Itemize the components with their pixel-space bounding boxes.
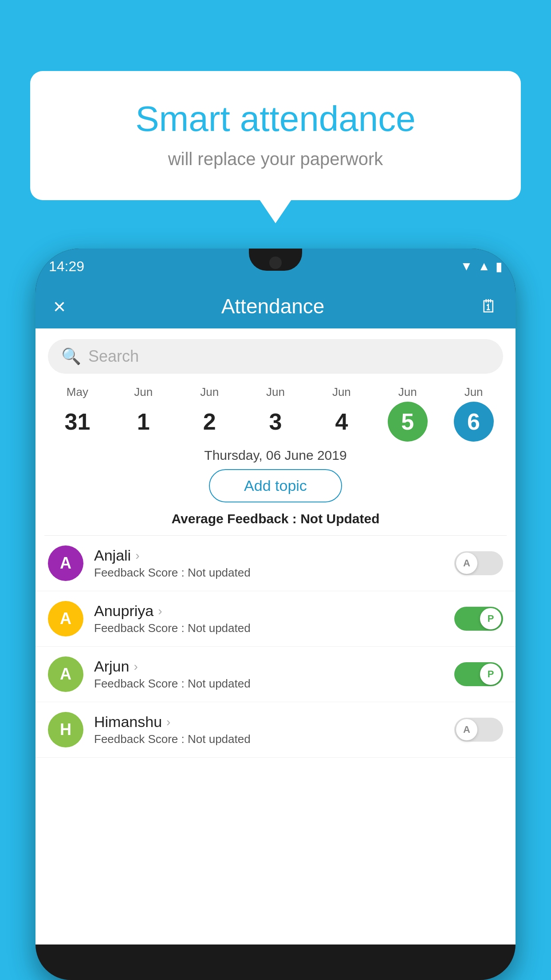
- day-4[interactable]: 4: [322, 402, 362, 442]
- month-4: Jun: [332, 385, 351, 399]
- avatar-anupriya: A: [48, 601, 83, 636]
- month-0: May: [67, 385, 88, 399]
- feedback-score-himanshu: Feedback Score : Not updated: [94, 732, 444, 746]
- student-name-anjali: Anjali ›: [94, 547, 444, 564]
- status-time: 14:29: [49, 258, 84, 275]
- avg-feedback-value: Not Updated: [300, 511, 379, 526]
- student-item-arjun[interactable]: A Arjun › Feedback Score : Not updated P: [35, 647, 516, 702]
- chevron-icon-arjun: ›: [134, 660, 138, 674]
- student-name-himanshu: Himanshu ›: [94, 713, 444, 731]
- speech-bubble: Smart attendance will replace your paper…: [30, 71, 521, 200]
- toggle-knob-arjun: P: [480, 664, 501, 685]
- day-0[interactable]: 31: [57, 402, 97, 442]
- toggle-anjali[interactable]: A: [454, 551, 503, 575]
- average-feedback: Average Feedback : Not Updated: [35, 511, 516, 526]
- date-col-1[interactable]: Jun 1: [110, 385, 177, 442]
- day-2[interactable]: 2: [189, 402, 229, 442]
- month-3: Jun: [266, 385, 285, 399]
- student-item-himanshu[interactable]: H Himanshu › Feedback Score : Not update…: [35, 702, 516, 758]
- student-item-anjali[interactable]: A Anjali › Feedback Score : Not updated …: [35, 536, 516, 591]
- signal-icon: ▲: [478, 259, 490, 273]
- calendar-icon[interactable]: 🗓: [480, 296, 498, 316]
- month-2: Jun: [200, 385, 219, 399]
- add-topic-button[interactable]: Add topic: [209, 469, 342, 502]
- feedback-score-arjun: Feedback Score : Not updated: [94, 677, 444, 691]
- avatar-himanshu: H: [48, 712, 83, 747]
- phone-screen: 🔍 Search May 31 Jun 1 Jun 2 Jun 3 Jun: [35, 328, 516, 944]
- toggle-himanshu[interactable]: A: [454, 718, 503, 742]
- status-icons: ▼ ▲ ▮: [460, 259, 502, 274]
- search-bar[interactable]: 🔍 Search: [48, 339, 503, 374]
- add-topic-label[interactable]: Add topic: [244, 477, 307, 494]
- battery-icon: ▮: [496, 259, 502, 274]
- speech-bubble-subtitle: will replace your paperwork: [66, 149, 485, 169]
- student-name-anupriya: Anupriya ›: [94, 602, 444, 620]
- date-col-0[interactable]: May 31: [44, 385, 110, 442]
- chevron-icon-himanshu: ›: [166, 715, 170, 729]
- month-5: Jun: [398, 385, 417, 399]
- search-input[interactable]: Search: [88, 347, 139, 366]
- phone-camera: [269, 257, 282, 269]
- student-item-anupriya[interactable]: A Anupriya › Feedback Score : Not update…: [35, 591, 516, 647]
- date-col-2[interactable]: Jun 2: [177, 385, 243, 442]
- wifi-icon: ▼: [460, 259, 473, 273]
- toggle-anupriya[interactable]: P: [454, 607, 503, 631]
- toggle-arjun[interactable]: P: [454, 662, 503, 686]
- date-col-3[interactable]: Jun 3: [243, 385, 309, 442]
- close-button[interactable]: ×: [53, 294, 66, 319]
- app-header: × Attendance 🗓: [35, 284, 516, 328]
- chevron-icon-anupriya: ›: [158, 604, 162, 618]
- avatar-arjun: A: [48, 656, 83, 692]
- student-info-arjun: Arjun › Feedback Score : Not updated: [94, 658, 444, 691]
- search-icon: 🔍: [61, 347, 81, 366]
- day-5[interactable]: 5: [388, 402, 428, 442]
- day-3[interactable]: 3: [256, 402, 295, 442]
- feedback-score-anjali: Feedback Score : Not updated: [94, 566, 444, 580]
- calendar-row: May 31 Jun 1 Jun 2 Jun 3 Jun 4 Jun 5: [35, 381, 516, 444]
- phone-notch: [249, 249, 302, 271]
- student-name-arjun: Arjun ›: [94, 658, 444, 675]
- avg-feedback-label: Average Feedback :: [171, 511, 300, 526]
- date-col-4[interactable]: Jun 4: [308, 385, 374, 442]
- toggle-knob-himanshu: A: [456, 719, 477, 740]
- toggle-knob-anjali: A: [456, 553, 477, 574]
- student-info-himanshu: Himanshu › Feedback Score : Not updated: [94, 713, 444, 746]
- toggle-knob-anupriya: P: [480, 608, 501, 629]
- chevron-icon-anjali: ›: [135, 549, 139, 563]
- date-col-5[interactable]: Jun 5: [374, 385, 441, 442]
- phone-frame: 14:29 ▼ ▲ ▮ × Attendance 🗓 🔍 Search May …: [35, 249, 516, 980]
- avatar-anjali: A: [48, 545, 83, 581]
- feedback-score-anupriya: Feedback Score : Not updated: [94, 621, 444, 635]
- day-1[interactable]: 1: [123, 402, 163, 442]
- header-title: Attendance: [221, 294, 325, 318]
- month-1: Jun: [134, 385, 153, 399]
- date-col-6[interactable]: Jun 6: [441, 385, 507, 442]
- student-info-anupriya: Anupriya › Feedback Score : Not updated: [94, 602, 444, 635]
- speech-bubble-title: Smart attendance: [66, 98, 485, 140]
- student-info-anjali: Anjali › Feedback Score : Not updated: [94, 547, 444, 580]
- month-6: Jun: [464, 385, 483, 399]
- selected-date-label: Thursday, 06 June 2019: [35, 444, 516, 469]
- day-6[interactable]: 6: [454, 402, 494, 442]
